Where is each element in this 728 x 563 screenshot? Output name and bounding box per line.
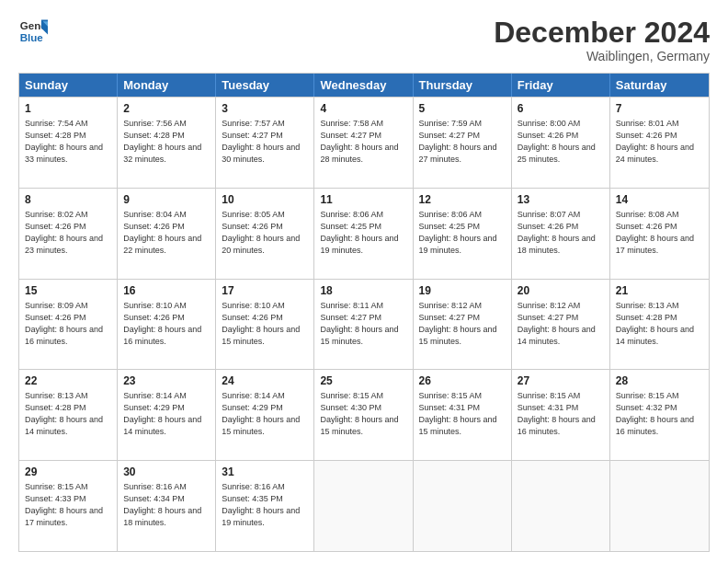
cal-cell-w4-d3: 24Sunrise: 8:14 AMSunset: 4:29 PMDayligh… bbox=[216, 370, 314, 460]
cell-info-2: Sunrise: 7:56 AMSunset: 4:28 PMDaylight:… bbox=[123, 118, 210, 166]
cal-cell-w2-d3: 10Sunrise: 8:05 AMSunset: 4:26 PMDayligh… bbox=[216, 189, 314, 279]
day-number-14: 14 bbox=[616, 192, 703, 208]
calendar-header: Sunday Monday Tuesday Wednesday Thursday… bbox=[19, 74, 709, 97]
cell-info-6: Sunrise: 8:00 AMSunset: 4:26 PMDaylight:… bbox=[518, 118, 604, 166]
week-row-4: 22Sunrise: 8:13 AMSunset: 4:28 PMDayligh… bbox=[19, 369, 709, 460]
day-number-2: 2 bbox=[123, 101, 210, 117]
cell-info-1: Sunrise: 7:54 AMSunset: 4:28 PMDaylight:… bbox=[25, 118, 111, 166]
cal-cell-w5-d2: 30Sunrise: 8:16 AMSunset: 4:34 PMDayligh… bbox=[118, 461, 216, 551]
cal-cell-w2-d5: 12Sunrise: 8:06 AMSunset: 4:25 PMDayligh… bbox=[414, 189, 512, 279]
cal-cell-w3-d5: 19Sunrise: 8:12 AMSunset: 4:27 PMDayligh… bbox=[414, 280, 512, 370]
day-number-31: 31 bbox=[222, 465, 308, 480]
header-friday: Friday bbox=[512, 74, 610, 97]
cell-info-31: Sunrise: 8:16 AMSunset: 4:35 PMDaylight:… bbox=[222, 481, 308, 529]
header: General Blue December 2024 Waiblingen, G… bbox=[18, 17, 710, 63]
cell-info-12: Sunrise: 8:06 AMSunset: 4:25 PMDaylight:… bbox=[419, 209, 506, 257]
cal-cell-w4-d2: 23Sunrise: 8:14 AMSunset: 4:29 PMDayligh… bbox=[118, 370, 216, 460]
cell-info-7: Sunrise: 8:01 AMSunset: 4:26 PMDaylight:… bbox=[616, 118, 703, 166]
cell-info-18: Sunrise: 8:11 AMSunset: 4:27 PMDaylight:… bbox=[320, 300, 406, 348]
day-number-11: 11 bbox=[320, 192, 406, 208]
day-number-15: 15 bbox=[25, 283, 111, 299]
subtitle: Waiblingen, Germany bbox=[494, 49, 710, 63]
day-number-9: 9 bbox=[123, 192, 210, 208]
cal-cell-w5-d1: 29Sunrise: 8:15 AMSunset: 4:33 PMDayligh… bbox=[19, 461, 118, 551]
day-number-21: 21 bbox=[616, 283, 703, 299]
cell-info-8: Sunrise: 8:02 AMSunset: 4:26 PMDaylight:… bbox=[25, 209, 111, 257]
cal-cell-w5-d3: 31Sunrise: 8:16 AMSunset: 4:35 PMDayligh… bbox=[216, 461, 314, 551]
day-number-18: 18 bbox=[320, 283, 406, 299]
day-number-4: 4 bbox=[320, 101, 406, 117]
day-number-7: 7 bbox=[616, 101, 703, 117]
cal-cell-w5-d5 bbox=[414, 461, 512, 551]
cell-info-26: Sunrise: 8:15 AMSunset: 4:31 PMDaylight:… bbox=[419, 390, 506, 438]
day-number-28: 28 bbox=[616, 373, 703, 389]
cal-cell-w4-d5: 26Sunrise: 8:15 AMSunset: 4:31 PMDayligh… bbox=[414, 370, 512, 460]
cal-cell-w1-d3: 3Sunrise: 7:57 AMSunset: 4:27 PMDaylight… bbox=[216, 98, 314, 188]
cell-info-13: Sunrise: 8:07 AMSunset: 4:26 PMDaylight:… bbox=[518, 209, 604, 257]
generalblue-logo-icon: General Blue bbox=[18, 17, 48, 46]
cal-cell-w1-d1: 1Sunrise: 7:54 AMSunset: 4:28 PMDaylight… bbox=[19, 98, 118, 188]
cell-info-16: Sunrise: 8:10 AMSunset: 4:26 PMDaylight:… bbox=[123, 300, 210, 348]
week-row-2: 8Sunrise: 8:02 AMSunset: 4:26 PMDaylight… bbox=[19, 188, 709, 279]
day-number-19: 19 bbox=[419, 283, 506, 299]
month-title: December 2024 bbox=[494, 17, 710, 49]
header-sunday: Sunday bbox=[19, 74, 118, 97]
cell-info-5: Sunrise: 7:59 AMSunset: 4:27 PMDaylight:… bbox=[419, 118, 506, 166]
day-number-6: 6 bbox=[518, 101, 604, 117]
cal-cell-w2-d1: 8Sunrise: 8:02 AMSunset: 4:26 PMDaylight… bbox=[19, 189, 118, 279]
day-number-13: 13 bbox=[518, 192, 604, 208]
day-number-20: 20 bbox=[518, 283, 604, 299]
cell-info-14: Sunrise: 8:08 AMSunset: 4:26 PMDaylight:… bbox=[616, 209, 703, 257]
cal-cell-w2-d2: 9Sunrise: 8:04 AMSunset: 4:26 PMDaylight… bbox=[118, 189, 216, 279]
cell-info-25: Sunrise: 8:15 AMSunset: 4:30 PMDaylight:… bbox=[320, 390, 406, 438]
cell-info-9: Sunrise: 8:04 AMSunset: 4:26 PMDaylight:… bbox=[123, 209, 210, 257]
cell-info-24: Sunrise: 8:14 AMSunset: 4:29 PMDaylight:… bbox=[222, 390, 308, 438]
day-number-10: 10 bbox=[222, 192, 308, 208]
cell-info-17: Sunrise: 8:10 AMSunset: 4:26 PMDaylight:… bbox=[222, 300, 308, 348]
header-tuesday: Tuesday bbox=[216, 74, 314, 97]
cell-info-30: Sunrise: 8:16 AMSunset: 4:34 PMDaylight:… bbox=[123, 481, 210, 529]
cal-cell-w4-d1: 22Sunrise: 8:13 AMSunset: 4:28 PMDayligh… bbox=[19, 370, 118, 460]
cell-info-27: Sunrise: 8:15 AMSunset: 4:31 PMDaylight:… bbox=[518, 390, 604, 438]
cell-info-21: Sunrise: 8:13 AMSunset: 4:28 PMDaylight:… bbox=[616, 300, 703, 348]
calendar-body: 1Sunrise: 7:54 AMSunset: 4:28 PMDaylight… bbox=[19, 97, 709, 551]
cal-cell-w3-d4: 18Sunrise: 8:11 AMSunset: 4:27 PMDayligh… bbox=[314, 280, 413, 370]
day-number-24: 24 bbox=[222, 373, 308, 389]
day-number-8: 8 bbox=[25, 192, 111, 208]
day-number-26: 26 bbox=[419, 373, 506, 389]
header-thursday: Thursday bbox=[414, 74, 512, 97]
cal-cell-w3-d3: 17Sunrise: 8:10 AMSunset: 4:26 PMDayligh… bbox=[216, 280, 314, 370]
cal-cell-w1-d2: 2Sunrise: 7:56 AMSunset: 4:28 PMDaylight… bbox=[118, 98, 216, 188]
cell-info-23: Sunrise: 8:14 AMSunset: 4:29 PMDaylight:… bbox=[123, 390, 210, 438]
day-number-27: 27 bbox=[518, 373, 604, 389]
cell-info-28: Sunrise: 8:15 AMSunset: 4:32 PMDaylight:… bbox=[616, 390, 703, 438]
cal-cell-w2-d4: 11Sunrise: 8:06 AMSunset: 4:25 PMDayligh… bbox=[314, 189, 413, 279]
cal-cell-w2-d7: 14Sunrise: 8:08 AMSunset: 4:26 PMDayligh… bbox=[610, 189, 709, 279]
cell-info-10: Sunrise: 8:05 AMSunset: 4:26 PMDaylight:… bbox=[222, 209, 308, 257]
cal-cell-w4-d7: 28Sunrise: 8:15 AMSunset: 4:32 PMDayligh… bbox=[610, 370, 709, 460]
day-number-5: 5 bbox=[419, 101, 506, 117]
cell-info-22: Sunrise: 8:13 AMSunset: 4:28 PMDaylight:… bbox=[25, 390, 111, 438]
day-number-29: 29 bbox=[25, 465, 111, 480]
week-row-1: 1Sunrise: 7:54 AMSunset: 4:28 PMDaylight… bbox=[19, 97, 709, 188]
cal-cell-w4-d6: 27Sunrise: 8:15 AMSunset: 4:31 PMDayligh… bbox=[512, 370, 610, 460]
cal-cell-w3-d6: 20Sunrise: 8:12 AMSunset: 4:27 PMDayligh… bbox=[512, 280, 610, 370]
cell-info-3: Sunrise: 7:57 AMSunset: 4:27 PMDaylight:… bbox=[222, 118, 308, 166]
cal-cell-w3-d7: 21Sunrise: 8:13 AMSunset: 4:28 PMDayligh… bbox=[610, 280, 709, 370]
logo: General Blue bbox=[18, 17, 48, 46]
cal-cell-w2-d6: 13Sunrise: 8:07 AMSunset: 4:26 PMDayligh… bbox=[512, 189, 610, 279]
day-number-22: 22 bbox=[25, 373, 111, 389]
cal-cell-w5-d4 bbox=[314, 461, 413, 551]
day-number-17: 17 bbox=[222, 283, 308, 299]
cal-cell-w1-d4: 4Sunrise: 7:58 AMSunset: 4:27 PMDaylight… bbox=[314, 98, 413, 188]
svg-text:Blue: Blue bbox=[20, 32, 44, 43]
cal-cell-w5-d7 bbox=[610, 461, 709, 551]
day-number-3: 3 bbox=[222, 101, 308, 117]
header-monday: Monday bbox=[118, 74, 216, 97]
cell-info-20: Sunrise: 8:12 AMSunset: 4:27 PMDaylight:… bbox=[518, 300, 604, 348]
page: General Blue December 2024 Waiblingen, G… bbox=[0, 0, 728, 563]
day-number-30: 30 bbox=[123, 465, 210, 480]
cell-info-4: Sunrise: 7:58 AMSunset: 4:27 PMDaylight:… bbox=[320, 118, 406, 166]
cal-cell-w1-d5: 5Sunrise: 7:59 AMSunset: 4:27 PMDaylight… bbox=[414, 98, 512, 188]
cal-cell-w4-d4: 25Sunrise: 8:15 AMSunset: 4:30 PMDayligh… bbox=[314, 370, 413, 460]
